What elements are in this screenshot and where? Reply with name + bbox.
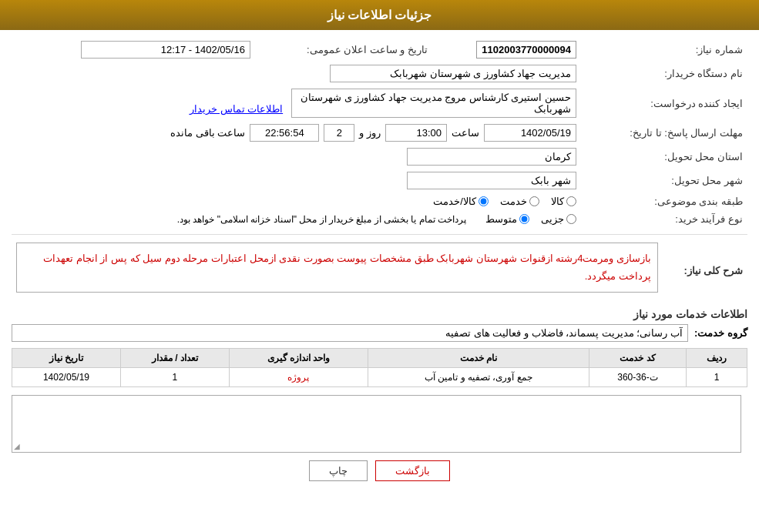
need-number-label: شماره نیاز: — [581, 38, 747, 62]
col-unit: واحد اندازه گیری — [229, 348, 368, 367]
buttons-row: بازگشت چاپ — [12, 460, 747, 481]
purchase-radio-group: جزیی متوسط پرداخت تمام یا بخشی از مبلغ خ… — [16, 213, 576, 225]
purchase-radio-minor[interactable] — [566, 214, 576, 224]
row-need-number: شماره نیاز: 1102003770000094 تاریخ و ساع… — [12, 38, 747, 62]
description-box: بازسازی ومرمت4رشته ازقنوات شهرستان شهربا… — [16, 243, 658, 293]
col-quantity: تعداد / مقدار — [120, 348, 229, 367]
province-value: کرمان — [12, 145, 581, 169]
services-table: ردیف کد خدمت نام خدمت واحد اندازه گیری ت… — [12, 348, 747, 387]
cell-unit: پروژه — [229, 367, 368, 386]
send-time-label: ساعت — [452, 127, 479, 139]
buyer-org-box: مدیریت جهاد کشاورز ی شهرستان شهربابک — [330, 65, 576, 82]
creator-value: حسین استیری کارشناس مروج مدیریت جهاد کشا… — [12, 85, 581, 121]
description-label: شرح کلی نیاز: — [663, 239, 747, 302]
divider1 — [12, 234, 747, 235]
category-value: کالا خدمت کالا/خدمت — [12, 192, 581, 210]
purchase-type-label: نوع فرآیند خرید: — [581, 210, 747, 228]
category-radio-goods[interactable] — [566, 196, 576, 206]
cell-service-name: جمع آوری، تصفیه و تامین آب — [368, 367, 589, 386]
purchase-label-minor: جزیی — [541, 213, 564, 225]
creator-box: حسین استیری کارشناس مروج مدیریت جهاد کشا… — [291, 89, 576, 118]
row-city: شهر محل تحویل: شهر بابک — [12, 169, 747, 192]
resize-icon: ◢ — [14, 442, 20, 450]
purchase-option-minor[interactable]: جزیی — [541, 213, 576, 225]
send-deadline-label: مهلت ارسال پاسخ: تا تاریخ: — [581, 121, 747, 145]
main-info-table: شماره نیاز: 1102003770000094 تاریخ و ساع… — [12, 38, 747, 228]
purchase-radio-medium[interactable] — [519, 214, 529, 224]
announce-date-value: 1402/05/16 - 12:17 — [12, 38, 255, 62]
category-radio-service[interactable] — [529, 196, 539, 206]
col-date: تاریخ نیاز — [12, 348, 121, 367]
row-send-deadline: مهلت ارسال پاسخ: تا تاریخ: 1402/05/19 سا… — [12, 121, 747, 145]
service-group-label: گروه خدمت: — [694, 327, 747, 339]
service-group-row: گروه خدمت: آب رسانی؛ مدیریت پسماند، فاضل… — [12, 324, 747, 342]
need-number-value: 1102003770000094 — [432, 38, 581, 62]
page-wrapper: جزئیات اطلاعات نیاز شماره نیاز: 11020037… — [0, 0, 759, 532]
page-header: جزئیات اطلاعات نیاز — [0, 0, 759, 30]
table-header: ردیف کد خدمت نام خدمت واحد اندازه گیری ت… — [12, 348, 747, 367]
province-box: کرمان — [407, 148, 576, 166]
col-row-num: ردیف — [687, 348, 747, 367]
row-buyer-org: نام دستگاه خریدار: مدیریت جهاد کشاورز ی … — [12, 62, 747, 85]
purchase-label-medium: متوسط — [485, 213, 517, 225]
col-service-code: کد خدمت — [589, 348, 687, 367]
page-title: جزئیات اطلاعات نیاز — [327, 8, 432, 22]
row-purchase-type: نوع فرآیند خرید: جزیی متوسط پرداخت تمام … — [12, 210, 747, 228]
col-service-name: نام خدمت — [368, 348, 589, 367]
category-radio-group: کالا خدمت کالا/خدمت — [16, 196, 576, 207]
send-remaining-box: 22:56:54 — [250, 124, 319, 142]
row-province: استان محل تحویل: کرمان — [12, 145, 747, 169]
category-option-both[interactable]: کالا/خدمت — [433, 196, 489, 207]
buyer-desc-area: ◢ — [12, 395, 741, 453]
table-area: ردیف کد خدمت نام خدمت واحد اندازه گیری ت… — [12, 348, 747, 387]
cell-quantity: 1 — [120, 367, 229, 386]
category-label-both: کالا/خدمت — [433, 196, 476, 207]
cell-date: 1402/05/19 — [12, 367, 121, 386]
description-text: بازسازی ومرمت4رشته ازقنوات شهرستان شهربا… — [43, 253, 651, 282]
table-header-row: ردیف کد خدمت نام خدمت واحد اندازه گیری ت… — [12, 348, 747, 367]
buyer-desc-section: ◢ — [12, 395, 747, 453]
cell-service-code: ت-36-360 — [589, 367, 687, 386]
purchase-note: پرداخت تمام یا بخشی از مبلغ خریدار از مح… — [177, 214, 466, 225]
send-date-box: 1402/05/19 — [484, 124, 576, 142]
creator-label: ایجاد کننده درخواست: — [581, 85, 747, 121]
row-description: شرح کلی نیاز: بازسازی ومرمت4رشته ازقنوات… — [12, 239, 747, 302]
send-days-box: 2 — [324, 124, 354, 142]
category-radio-both[interactable] — [479, 196, 489, 206]
table-row: 1 ت-36-360 جمع آوری، تصفیه و تامین آب پر… — [12, 367, 747, 386]
services-section-title: اطلاعات خدمات مورد نیاز — [12, 308, 747, 320]
back-button[interactable]: بازگشت — [375, 460, 450, 481]
city-value: شهر بابک — [12, 169, 581, 192]
desc-table: شرح کلی نیاز: بازسازی ومرمت4رشته ازقنوات… — [12, 239, 747, 302]
category-label-goods: کالا — [551, 196, 564, 207]
announce-date-box: 1402/05/16 - 12:17 — [81, 41, 250, 59]
cell-row-num: 1 — [687, 367, 747, 386]
page-content: شماره نیاز: 1102003770000094 تاریخ و ساع… — [0, 30, 759, 489]
print-button[interactable]: چاپ — [309, 460, 368, 481]
purchase-type-value: جزیی متوسط پرداخت تمام یا بخشی از مبلغ خ… — [12, 210, 581, 228]
city-box: شهر بابک — [407, 172, 576, 189]
city-label: شهر محل تحویل: — [581, 169, 747, 192]
send-deadline-value: 1402/05/19 ساعت 13:00 روز و 2 22:56:54 س… — [12, 121, 581, 145]
buyer-org-value: مدیریت جهاد کشاورز ی شهرستان شهربابک — [12, 62, 581, 85]
category-label: طبقه بندی موضوعی: — [581, 192, 747, 210]
send-time-box: 13:00 — [385, 124, 447, 142]
table-body: 1 ت-36-360 جمع آوری، تصفیه و تامین آب پر… — [12, 367, 747, 386]
send-remaining-label: ساعت باقی مانده — [170, 127, 245, 139]
service-group-value: آب رسانی؛ مدیریت پسماند، فاضلاب و فعالیت… — [12, 324, 688, 342]
announce-date-label: تاریخ و ساعت اعلان عمومی: — [255, 38, 432, 62]
category-option-goods[interactable]: کالا — [551, 196, 576, 207]
category-option-service[interactable]: خدمت — [500, 196, 539, 207]
category-label-service: خدمت — [500, 196, 527, 207]
send-deadline-row: 1402/05/19 ساعت 13:00 روز و 2 22:56:54 س… — [16, 124, 576, 142]
buyer-org-label: نام دستگاه خریدار: — [581, 62, 747, 85]
purchase-option-medium[interactable]: متوسط — [485, 213, 529, 225]
province-label: استان محل تحویل: — [581, 145, 747, 169]
description-value: بازسازی ومرمت4رشته ازقنوات شهرستان شهربا… — [12, 239, 663, 302]
row-category: طبقه بندی موضوعی: کالا خدمت — [12, 192, 747, 210]
need-number-box: 1102003770000094 — [476, 41, 576, 59]
send-days-label: روز و — [359, 127, 381, 139]
row-creator: ایجاد کننده درخواست: حسین استیری کارشناس… — [12, 85, 747, 121]
contact-link[interactable]: اطلاعات تماس خریدار — [190, 103, 283, 115]
